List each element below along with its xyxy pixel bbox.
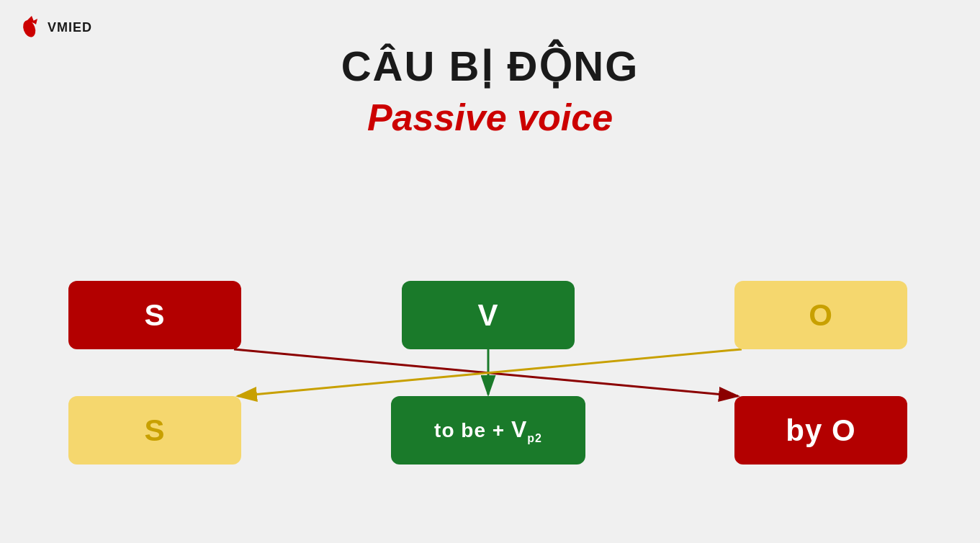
box-s-bottom-label: S [144,413,165,448]
logo-text: VMIED [48,20,92,35]
box-o-top-label: O [809,298,833,333]
diagram: S V O S to be + Vp2 by O [0,245,980,543]
main-title: CÂU BỊ ĐỘNG [0,43,980,89]
box-v-bottom-label: to be + Vp2 [434,416,542,445]
box-o-bottom: by O [734,396,907,465]
box-v-bottom: to be + Vp2 [391,396,585,465]
box-o-top: O [734,281,907,349]
box-s-top: S [68,281,241,349]
svg-line-8 [238,349,742,396]
logo: VMIED [14,13,92,42]
box-s-bottom: S [68,396,241,465]
logo-icon [14,13,43,42]
box-o-bottom-label: by O [786,413,855,448]
box-s-top-label: S [144,298,165,333]
sub-title: Passive voice [0,95,980,140]
box-v-top: V [402,281,575,349]
title-container: CÂU BỊ ĐỘNG Passive voice [0,43,980,140]
svg-line-7 [234,349,738,396]
box-v-top-label: V [477,298,498,333]
